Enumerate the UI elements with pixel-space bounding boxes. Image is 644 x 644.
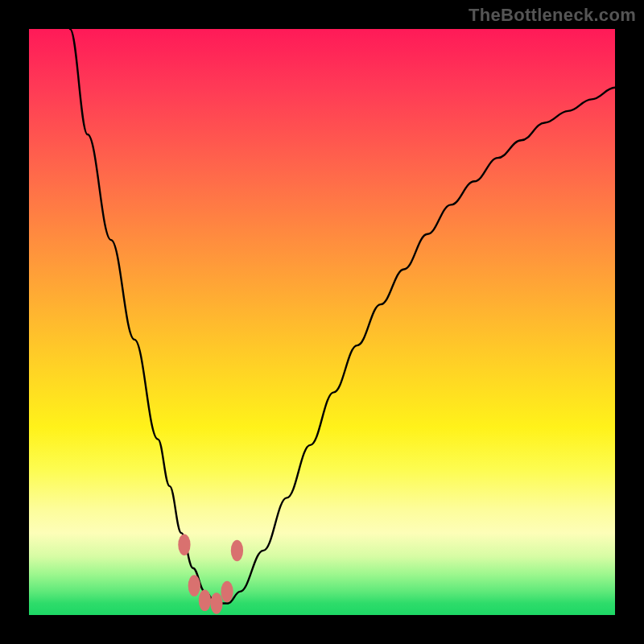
frame-border-right: [615, 29, 644, 615]
trough-marker: [178, 534, 190, 555]
bottleneck-curve-path: [70, 29, 615, 603]
trough-marker: [210, 592, 222, 614]
watermark-label: TheBottleneck.com: [469, 5, 636, 26]
frame-border-bottom: [0, 615, 644, 644]
trough-marker: [188, 575, 200, 597]
chart-frame: TheBottleneck.com: [0, 0, 644, 644]
trough-marker: [199, 590, 211, 612]
trough-marker: [231, 540, 243, 562]
curve-group: [70, 29, 615, 603]
trough-marker: [221, 581, 233, 603]
plot-area: [29, 29, 615, 615]
trough-markers: [178, 534, 243, 613]
bottleneck-curve-svg: [29, 29, 615, 615]
